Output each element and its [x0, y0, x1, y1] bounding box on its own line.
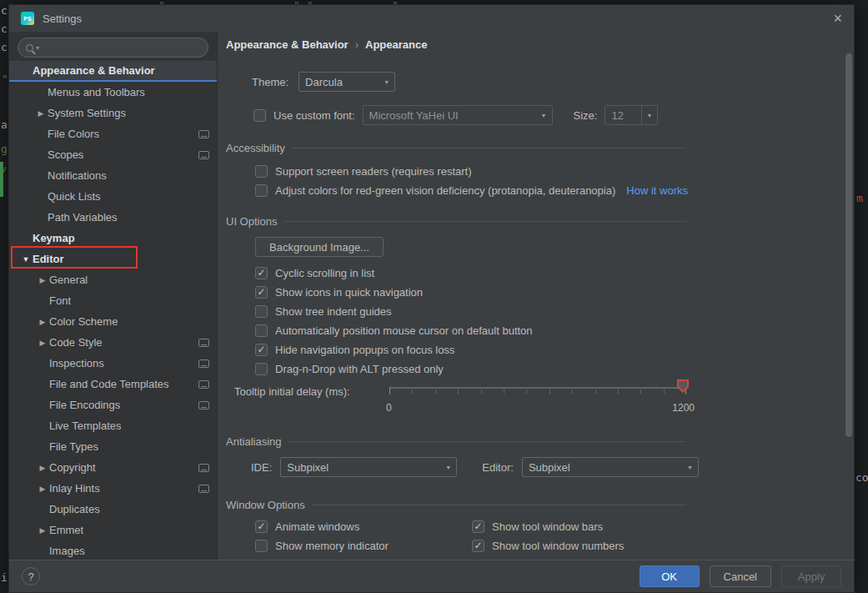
chevron-down-icon: ▼ [536, 113, 552, 118]
sidebar-item-label: Code Style [49, 336, 103, 349]
chevron-collapsed-icon[interactable]: ▶ [36, 276, 49, 284]
sidebar-item-system-settings[interactable]: ▶System Settings [9, 103, 217, 123]
checkbox-show-memory-indicator[interactable]: Show memory indicator [255, 536, 472, 555]
per-project-settings-icon [198, 401, 209, 410]
sidebar-item-scopes[interactable]: Scopes [9, 144, 217, 165]
sidebar-item-label: Appearance & Behavior [33, 64, 155, 77]
checkbox-label: Show memory indicator [275, 540, 389, 552]
chevron-expanded-icon[interactable]: ▼ [19, 255, 33, 264]
sidebar-item-code-style[interactable]: ▶Code Style [9, 332, 217, 353]
sidebar-item-file-types[interactable]: File Types [9, 436, 217, 457]
sidebar-item-color-scheme[interactable]: ▶Color Scheme [9, 311, 217, 332]
chevron-collapsed-icon[interactable]: ▶ [36, 526, 49, 535]
chevron-collapsed-icon[interactable]: ▶ [36, 485, 49, 493]
sidebar-item-duplicates[interactable]: Duplicates [9, 499, 217, 520]
checkbox-label: Show tool window bars [492, 520, 603, 533]
checkbox-show-icons-in-quick-navigation[interactable]: ✓Show icons in quick navigation [255, 283, 854, 302]
breadcrumb-item-appearance-behavior[interactable]: Appearance & Behavior [226, 38, 349, 51]
checkbox-box[interactable]: ✓ [255, 344, 268, 356]
checkbox-hide-navigation-popups-on-focus-loss[interactable]: ✓Hide navigation popups on focus loss [255, 340, 854, 359]
section-ui-options: UI Options [226, 214, 686, 229]
code-fragment: g [1, 143, 8, 154]
sidebar-item-live-templates[interactable]: Live Templates [9, 415, 217, 436]
chevron-collapsed-icon[interactable]: ▶ [36, 464, 49, 472]
checkbox-box[interactable]: ✓ [255, 267, 268, 279]
checkbox-box[interactable]: ✓ [472, 520, 484, 533]
apply-button[interactable]: Apply [781, 565, 841, 587]
cancel-button[interactable]: Cancel [710, 565, 771, 587]
checkbox-box[interactable] [255, 324, 268, 337]
checkbox-box[interactable] [255, 363, 268, 375]
sidebar-item-emmet[interactable]: ▶Emmet [9, 520, 217, 540]
how-it-works-link[interactable]: How it works [626, 184, 688, 197]
font-size-select[interactable]: 12 ▼ [605, 105, 658, 125]
sidebar-item-label: Menus and Toolbars [48, 86, 145, 98]
checkbox-automatically-position-mouse-cursor-on-default-button[interactable]: Automatically position mouse cursor on d… [255, 321, 854, 340]
sidebar-item-file-encodings[interactable]: File Encodings [9, 394, 217, 415]
use-custom-font-checkbox[interactable] [253, 109, 266, 122]
checkbox-drag-n-drop-with-alt-pressed-only[interactable]: Drag-n-Drop with ALT pressed only [255, 359, 854, 379]
background-image-button[interactable]: Background Image... [255, 237, 384, 257]
checkbox-box[interactable]: ✓ [255, 286, 268, 299]
font-family-select[interactable]: Microsoft YaHei UI ▼ [363, 105, 553, 125]
sidebar-item-file-colors[interactable]: File Colors [9, 123, 217, 144]
checkbox-box[interactable] [255, 165, 268, 178]
close-icon[interactable]: × [833, 11, 842, 26]
slider-thumb-face [679, 381, 687, 390]
checkbox-box[interactable]: ✓ [255, 520, 268, 533]
dialog-body: ▾ Appearance & BehaviorMenus and Toolbar… [9, 32, 854, 560]
sidebar-item-appearance-behavior[interactable]: Appearance & Behavior [9, 61, 217, 82]
checkbox-show-tool-window-numbers[interactable]: ✓Show tool window numbers [472, 536, 854, 555]
sidebar-item-copyright[interactable]: ▶Copyright [9, 457, 217, 478]
ide-aa-select[interactable]: Subpixel ▼ [280, 457, 457, 477]
checkbox-show-tree-indent-guides[interactable]: Show tree indent guides [255, 302, 854, 321]
sidebar-item-keymap[interactable]: Keymap [9, 228, 217, 249]
checkbox-box[interactable] [255, 184, 268, 197]
checkbox-box[interactable] [255, 305, 268, 318]
settings-search[interactable]: ▾ [18, 38, 208, 58]
sidebar-item-notifications[interactable]: Notifications [9, 165, 217, 186]
breadcrumb: Appearance & Behavior › Appearance [226, 37, 854, 52]
editor-aa-select[interactable]: Subpixel ▼ [522, 457, 699, 477]
sidebar-item-path-variables[interactable]: Path Variables [9, 207, 217, 228]
sidebar-item-menus-and-toolbars[interactable]: Menus and Toolbars [9, 82, 217, 103]
chevron-collapsed-icon[interactable]: ▶ [34, 109, 48, 118]
ui-options-checkboxes: ✓Cyclic scrolling in list✓Show icons in … [255, 264, 854, 379]
per-project-settings-icon [198, 464, 209, 472]
checkbox-cyclic-scrolling-in-list[interactable]: ✓Cyclic scrolling in list [255, 264, 854, 283]
sidebar-item-font[interactable]: Font [9, 290, 217, 311]
theme-select[interactable]: Darcula ▼ [299, 72, 395, 92]
checkbox-label: Hide navigation popups on focus loss [275, 344, 454, 356]
tooltip-delay-row: Tooltip initial delay (ms): 0 1200 [234, 379, 854, 417]
vertical-scrollbar[interactable] [845, 53, 852, 437]
sidebar-item-images[interactable]: Images [9, 540, 217, 560]
sidebar-item-inspections[interactable]: Inspections [9, 353, 217, 374]
sidebar-item-inlay-hints[interactable]: ▶Inlay Hints [9, 478, 217, 499]
sidebar-item-file-and-code-templates[interactable]: File and Code Templates [9, 374, 217, 394]
search-history-caret-icon[interactable]: ▾ [36, 44, 39, 52]
checkbox-adjust-colors-for-red-green-vision-deficiency-protanopia-deuteranopia[interactable]: Adjust colors for red-green vision defic… [255, 181, 854, 200]
settings-search-input[interactable] [42, 42, 200, 54]
sidebar-item-quick-lists[interactable]: Quick Lists [9, 186, 217, 207]
sidebar-item-editor[interactable]: ▼Editor [9, 249, 217, 269]
sidebar-item-label: Inlay Hints [49, 482, 100, 495]
tooltip-delay-slider[interactable]: 0 1200 [389, 379, 686, 417]
breadcrumb-item-appearance: Appearance [365, 38, 427, 51]
help-button[interactable]: ? [22, 567, 40, 585]
section-antialiasing: Antialiasing [226, 434, 686, 449]
checkbox-box[interactable] [255, 540, 268, 552]
sidebar-item-label: Quick Lists [48, 190, 101, 203]
chevron-collapsed-icon[interactable]: ▶ [36, 339, 49, 347]
checkbox-box[interactable]: ✓ [472, 540, 484, 552]
editor-aa-value: Subpixel [529, 461, 682, 474]
theme-row: Theme: Darcula ▼ [252, 72, 854, 92]
chevron-collapsed-icon[interactable]: ▶ [36, 318, 49, 326]
ok-button[interactable]: OK [640, 565, 700, 587]
sidebar-item-label: Emmet [49, 524, 83, 536]
checkbox-show-tool-window-bars[interactable]: ✓Show tool window bars [472, 517, 854, 536]
checkbox-support-screen-readers-requires-restart[interactable]: Support screen readers (requires restart… [255, 162, 854, 181]
slider-track[interactable] [389, 387, 686, 389]
antialiasing-row: IDE: Subpixel ▼ Editor: Subpixel ▼ [251, 457, 854, 477]
checkbox-animate-windows[interactable]: ✓Animate windows [255, 517, 472, 536]
sidebar-item-general[interactable]: ▶General [9, 269, 217, 290]
